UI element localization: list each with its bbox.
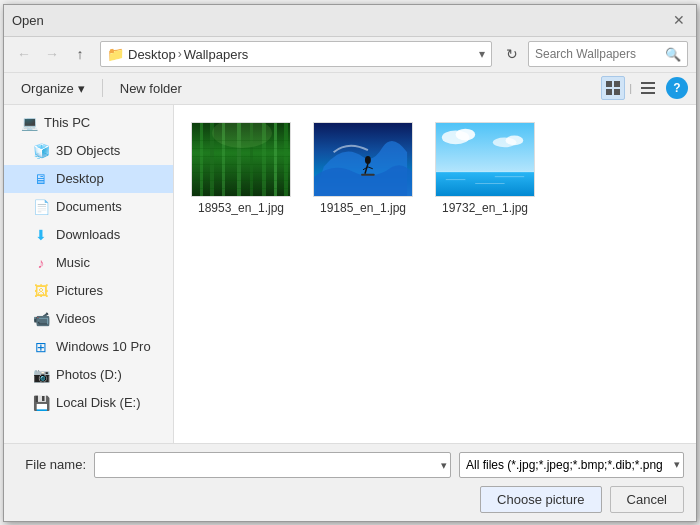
back-button[interactable]: ←	[12, 42, 36, 66]
svg-rect-7	[192, 123, 290, 196]
svg-rect-23	[361, 173, 375, 175]
svg-point-28	[456, 128, 476, 140]
sidebar-label-photos: Photos (D:)	[56, 367, 122, 382]
main-area: 💻 This PC 🧊 3D Objects 🖥 Desktop 📄 Docum…	[4, 105, 696, 443]
svg-rect-13	[250, 123, 253, 196]
up-button[interactable]: ↑	[68, 42, 92, 66]
svg-rect-8	[192, 123, 290, 196]
open-dialog: Open ✕ ← → ↑ 📁 Desktop › Wallpapers ▾ ↻ …	[3, 4, 697, 522]
filetype-select[interactable]: All files (*.jpg;*.jpeg;*.bmp;*.dib;*.pn…	[459, 452, 684, 478]
music-icon: ♪	[32, 254, 50, 272]
breadcrumb-folder-icon: 📁	[107, 46, 124, 62]
svg-rect-10	[210, 123, 214, 196]
help-button[interactable]: ?	[666, 77, 688, 99]
desktop-icon: 🖥	[32, 170, 50, 188]
close-button[interactable]: ✕	[670, 11, 688, 29]
sidebar-label-desktop: Desktop	[56, 171, 104, 186]
breadcrumb-separator: ›	[178, 47, 182, 61]
sidebar-item-documents[interactable]: 📄 Documents	[4, 193, 173, 221]
choose-picture-button[interactable]: Choose picture	[480, 486, 601, 513]
view-details-button[interactable]	[636, 76, 660, 100]
forward-button[interactable]: →	[40, 42, 64, 66]
sidebar-item-videos[interactable]: 📹 Videos	[4, 305, 173, 333]
content-area: 18953_en_1.jpg	[174, 105, 696, 443]
svg-rect-9	[200, 123, 203, 196]
sidebar-label-downloads: Downloads	[56, 227, 120, 242]
svg-rect-4	[641, 82, 655, 84]
svg-rect-11	[222, 123, 225, 196]
sidebar-item-music[interactable]: ♪ Music	[4, 249, 173, 277]
title-bar: Open ✕	[4, 5, 696, 37]
sidebar-label-localdisk: Local Disk (E:)	[56, 395, 141, 410]
svg-rect-1	[614, 81, 620, 87]
refresh-button[interactable]: ↻	[500, 42, 524, 66]
sidebar-item-photos[interactable]: 📷 Photos (D:)	[4, 361, 173, 389]
svg-rect-14	[262, 123, 266, 196]
svg-point-19	[365, 156, 371, 164]
bottom-bar: File name: ▾ All files (*.jpg;*.jpeg;*.b…	[4, 443, 696, 521]
organize-arrow: ▾	[78, 81, 85, 96]
toolbar: Organize ▾ New folder |	[4, 73, 696, 105]
file-item-2[interactable]: 19185_en_1.jpg	[308, 117, 418, 220]
sidebar-item-localdisk[interactable]: 💾 Local Disk (E:)	[4, 389, 173, 417]
sidebar-label-documents: Documents	[56, 199, 122, 214]
organize-label: Organize	[21, 81, 74, 96]
file-thumb-2	[313, 122, 413, 197]
file-item-1[interactable]: 18953_en_1.jpg	[186, 117, 296, 220]
pictures-icon: 🖼	[32, 282, 50, 300]
breadcrumb-current[interactable]: Wallpapers	[184, 47, 249, 62]
this-pc-icon: 💻	[20, 114, 38, 132]
svg-rect-15	[274, 123, 277, 196]
view-large-icon	[606, 81, 620, 95]
file-item-3[interactable]: 19732_en_1.jpg	[430, 117, 540, 220]
new-folder-button[interactable]: New folder	[111, 78, 191, 99]
view-large-icon-button[interactable]	[601, 76, 625, 100]
sidebar-label-pictures: Pictures	[56, 283, 103, 298]
sidebar-item-this-pc[interactable]: 💻 This PC	[4, 109, 173, 137]
svg-rect-16	[284, 123, 288, 196]
file-name-2: 19185_en_1.jpg	[320, 201, 406, 215]
filename-label: File name:	[16, 457, 86, 472]
svg-rect-12	[237, 123, 241, 196]
filename-input[interactable]	[94, 452, 451, 478]
videos-icon: 📹	[32, 310, 50, 328]
view-list-icon	[641, 81, 655, 95]
breadcrumb-dropdown-arrow[interactable]: ▾	[479, 47, 485, 61]
file-name-3: 19732_en_1.jpg	[442, 201, 528, 215]
search-input[interactable]	[535, 47, 661, 61]
thumb-green-img	[192, 123, 290, 196]
sidebar-item-3d-objects[interactable]: 🧊 3D Objects	[4, 137, 173, 165]
windows10-icon: ⊞	[32, 338, 50, 356]
buttons-row: Choose picture Cancel	[16, 486, 684, 513]
sidebar-label-3d-objects: 3D Objects	[56, 143, 120, 158]
file-thumb-3	[435, 122, 535, 197]
sidebar-item-desktop[interactable]: 🖥 Desktop	[4, 165, 173, 193]
search-icon[interactable]: 🔍	[665, 47, 681, 62]
sidebar-item-pictures[interactable]: 🖼 Pictures	[4, 277, 173, 305]
cancel-button[interactable]: Cancel	[610, 486, 684, 513]
organize-button[interactable]: Organize ▾	[12, 78, 94, 99]
sidebar-label-music: Music	[56, 255, 90, 270]
svg-rect-0	[606, 81, 612, 87]
sidebar-item-downloads[interactable]: ⬇ Downloads	[4, 221, 173, 249]
svg-point-30	[506, 135, 524, 145]
toolbar-separator	[102, 79, 103, 97]
wave-svg	[314, 122, 412, 197]
breadcrumb: 📁 Desktop › Wallpapers ▾	[100, 41, 492, 67]
svg-point-17	[212, 123, 272, 148]
sidebar-resize-handle[interactable]	[169, 105, 173, 443]
file-name-1: 18953_en_1.jpg	[198, 201, 284, 215]
dialog-title: Open	[12, 13, 44, 28]
search-bar: 🔍	[528, 41, 688, 67]
view-options: | ?	[601, 76, 688, 100]
downloads-icon: ⬇	[32, 226, 50, 244]
breadcrumb-path: Desktop › Wallpapers	[128, 47, 248, 62]
filetype-wrap: All files (*.jpg;*.jpeg;*.bmp;*.dib;*.pn…	[459, 452, 684, 478]
sidebar-item-windows10[interactable]: ⊞ Windows 10 Pro	[4, 333, 173, 361]
localdisk-icon: 💾	[32, 394, 50, 412]
breadcrumb-desktop[interactable]: Desktop	[128, 47, 176, 62]
svg-rect-5	[641, 87, 655, 89]
filename-input-wrap: ▾	[94, 452, 451, 478]
sidebar: 💻 This PC 🧊 3D Objects 🖥 Desktop 📄 Docum…	[4, 105, 174, 443]
svg-rect-3	[614, 89, 620, 95]
